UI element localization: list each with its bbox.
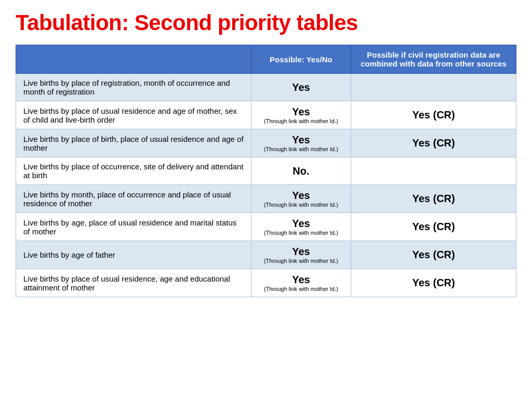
row-description: Live births by age of father [16,241,251,269]
row-description: Live births by place of occurrence, site… [16,157,251,185]
row-combined [351,157,516,185]
table-row: Live births by place of usual residence,… [16,269,516,297]
priority-table: Possible: Yes/No Possible if civil regis… [16,45,516,297]
table-row: Live births by age, place of usual resid… [16,213,516,241]
row-combined: Yes (CR) [351,213,516,241]
row-possible: Yes(Through link with mother Id.) [251,213,351,241]
row-combined [351,74,516,101]
row-possible: Yes(Through link with mother Id.) [251,269,351,297]
row-description: Live births by month, place of occurrenc… [16,185,251,213]
table-row: Live births by place of birth, place of … [16,129,516,157]
table-row: Live births by place of registration, mo… [16,74,516,101]
row-description: Live births by place of usual residence,… [16,269,251,297]
table-row: Live births by age of fatherYes(Through … [16,241,516,269]
row-possible: Yes(Through link with mother Id.) [251,129,351,157]
row-combined: Yes (CR) [351,129,516,157]
table-row: Live births by place of occurrence, site… [16,157,516,185]
page-title: Tabulation: Second priority tables [16,10,516,35]
title-prefix: Tabulation: [16,10,135,35]
row-possible: No. [251,157,351,185]
row-possible: Yes(Through link with mother Id.) [251,101,351,129]
col-header-description [16,45,251,74]
col-header-combined: Possible if civil registration data are … [351,45,516,74]
row-combined: Yes (CR) [351,241,516,269]
row-combined: Yes (CR) [351,101,516,129]
row-description: Live births by place of birth, place of … [16,129,251,157]
table-row: Live births by place of usual residence … [16,101,516,129]
row-description: Live births by age, place of usual resid… [16,213,251,241]
row-description: Live births by place of usual residence … [16,101,251,129]
row-possible: Yes [251,74,351,101]
row-possible: Yes(Through link with mother Id.) [251,185,351,213]
row-description: Live births by place of registration, mo… [16,74,251,101]
table-row: Live births by month, place of occurrenc… [16,185,516,213]
row-combined: Yes (CR) [351,185,516,213]
title-highlight: Second priority tables [135,10,358,35]
col-header-possible: Possible: Yes/No [251,45,351,74]
row-combined: Yes (CR) [351,269,516,297]
row-possible: Yes(Through link with mother Id.) [251,241,351,269]
